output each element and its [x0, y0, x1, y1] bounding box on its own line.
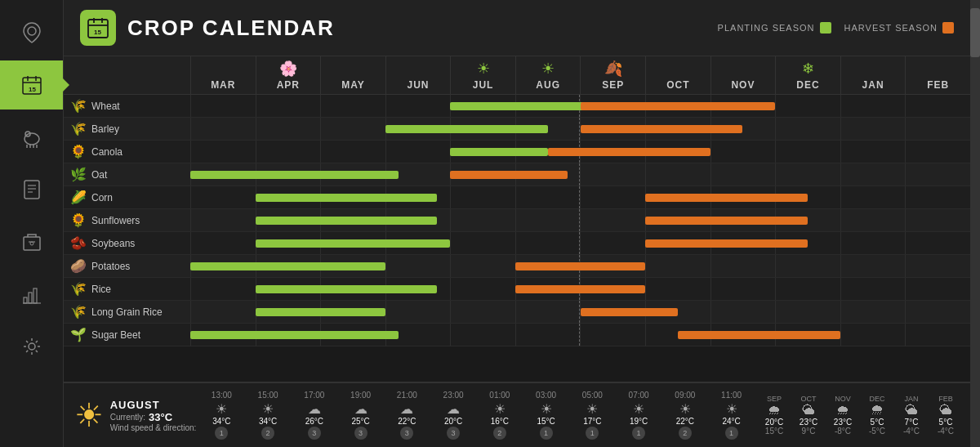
crop-bars-corn	[190, 186, 970, 208]
crop-bars-long-grain-rice	[190, 301, 970, 323]
weather-future-temp: 5°C	[871, 418, 884, 427]
weather-hour-dot: 2	[261, 427, 274, 440]
month-col-dec: ❄ DEC	[775, 56, 840, 94]
month-cell	[905, 301, 970, 323]
month-cell	[385, 95, 451, 117]
svg-rect-19	[24, 297, 27, 303]
scrollbar-thumb[interactable]	[970, 8, 980, 57]
currently-temp: 33°C	[149, 411, 172, 423]
month-cell	[190, 118, 256, 140]
weather-hour-temp: 19°C	[630, 417, 648, 426]
weather-hour-icon: ☀	[726, 401, 737, 417]
sidebar-item-map[interactable]	[0, 8, 63, 57]
sidebar-item-settings[interactable]	[0, 322, 63, 371]
month-col-mar: MAR	[190, 56, 256, 94]
crop-bars-potatoes	[190, 255, 970, 277]
month-cell	[256, 141, 321, 163]
right-scrollbar[interactable]	[970, 0, 980, 447]
crop-icon: 🌻	[70, 144, 87, 159]
month-cell	[450, 324, 515, 346]
weather-hour-time: 11:00	[721, 391, 742, 400]
weather-hour-temp: 15°C	[537, 417, 555, 426]
bar-orange	[581, 125, 743, 133]
weather-future-temp: 23°C	[834, 418, 852, 427]
weather-hour-col: 15:00 ☀ 34°C 2	[245, 391, 292, 440]
crop-icon: 🥔	[70, 258, 87, 274]
weather-current: ☀ AUGUST Currently: 33°C Wind speed & di…	[72, 399, 198, 432]
bar-green	[256, 285, 438, 293]
crop-label-potatoes: 🥔Potatoes	[64, 258, 190, 274]
weather-future-temp-sub: 15°C	[765, 427, 783, 436]
month-cell	[840, 278, 906, 300]
month-cell	[905, 255, 970, 277]
month-cell	[775, 301, 840, 323]
crop-icon: 🌱	[70, 327, 87, 342]
crop-icon: 🌾	[70, 281, 87, 297]
legend: PLANTING SEASON HARVEST SEASON	[718, 22, 954, 34]
svg-point-18	[30, 242, 33, 245]
sidebar-item-livestock[interactable]	[0, 113, 63, 162]
crop-label-canola: 🌻Canola	[64, 144, 190, 159]
crop-icon: 🌾	[70, 98, 87, 114]
month-cell	[580, 186, 645, 208]
sidebar-item-reports[interactable]	[0, 165, 63, 214]
weather-hour-icon: ☀	[494, 401, 506, 417]
month-icon-dec: ❄	[802, 56, 814, 78]
weather-future-temp: 7°C	[905, 418, 919, 427]
weather-hour-col: 23:00 ☁ 20°C 3	[430, 391, 477, 440]
harvest-color-swatch	[942, 22, 954, 34]
crop-name: Sugar Beet	[91, 329, 140, 341]
sidebar-item-analytics[interactable]	[0, 270, 63, 319]
weather-hour-dot: 3	[447, 427, 460, 440]
month-name-sep: SEP	[602, 78, 624, 94]
header: 15 CROP CALENDAR PLANTING SEASON HARVEST…	[64, 0, 970, 56]
month-icon-aug: ☀	[541, 56, 555, 78]
month-cell	[775, 95, 840, 117]
month-cell	[775, 278, 840, 300]
bar-orange	[450, 171, 567, 179]
month-icon-jul: ☀	[477, 56, 490, 78]
month-cell	[840, 141, 906, 163]
crop-label-corn: 🌽Corn	[64, 190, 190, 205]
svg-rect-16	[24, 237, 40, 250]
crop-label-barley: 🌾Barley	[64, 121, 190, 136]
month-cell	[645, 278, 710, 300]
month-cell	[905, 118, 970, 140]
table-row: 🌻Canola	[64, 141, 970, 163]
month-cell	[905, 209, 970, 231]
svg-rect-12	[24, 181, 39, 199]
weather-hour-icon: ☀	[216, 401, 227, 417]
month-cell	[710, 301, 776, 323]
weather-future-month: SEP	[767, 395, 782, 403]
month-cell	[450, 301, 515, 323]
month-cell	[840, 301, 906, 323]
weather-future-icon: 🌥	[802, 403, 815, 418]
table-row: 🌿Oat	[64, 163, 970, 186]
planting-label: PLANTING SEASON	[718, 23, 815, 33]
weather-future-month: OCT	[801, 395, 817, 403]
weather-hour-icon: ☀	[633, 401, 644, 417]
weather-hour-col: 13:00 ☀ 34°C 1	[198, 391, 245, 440]
crop-bars-wheat	[190, 95, 970, 117]
weather-hour-dot: 3	[354, 427, 368, 440]
crop-label-spacer	[64, 56, 190, 94]
sidebar-item-inventory[interactable]	[0, 217, 63, 266]
crop-label-sugar-beet: 🌱Sugar Beet	[64, 327, 190, 342]
month-cell	[190, 301, 256, 323]
weather-hour-time: 03:00	[536, 391, 556, 400]
harvest-label: HARVEST SEASON	[844, 23, 938, 33]
month-cell	[775, 163, 840, 186]
bar-green	[450, 102, 593, 110]
month-col-may: MAY	[320, 56, 385, 94]
month-cell	[840, 118, 906, 140]
crop-label-long-grain-rice: 🌾Long Grain Rice	[64, 304, 190, 320]
crop-name: Soybeans	[91, 238, 135, 249]
month-icon-sep: 🍂	[604, 56, 622, 78]
crop-icon: 🌻	[70, 212, 87, 228]
month-cell	[775, 141, 840, 163]
sidebar-item-calendar[interactable]: 15	[0, 60, 63, 110]
month-name-feb: FEB	[927, 78, 949, 94]
month-cell	[580, 324, 645, 346]
bar-orange	[581, 308, 678, 316]
crop-name: Corn	[91, 192, 113, 203]
